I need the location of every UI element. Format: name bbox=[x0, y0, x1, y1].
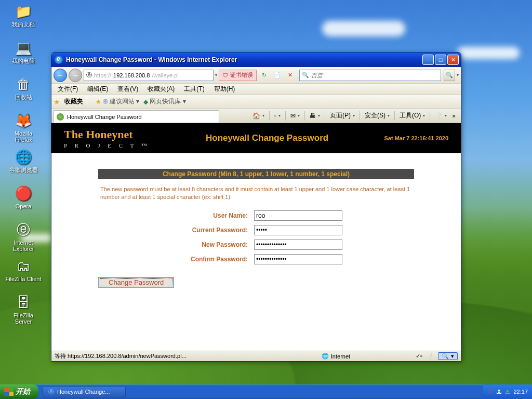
desktop-icon-5[interactable]: 🔴Opera bbox=[5, 184, 42, 215]
desktop-icon-glyph: 🔴 bbox=[15, 184, 32, 202]
desktop-icon-glyph: 📁 bbox=[15, 3, 32, 20]
popup-icon[interactable]: ❔ bbox=[427, 353, 434, 360]
page-menu[interactable]: 页面(P) bbox=[328, 110, 357, 121]
home-button[interactable]: 🏠 bbox=[250, 111, 267, 121]
tray-network-icon[interactable]: 🖧 bbox=[496, 389, 502, 395]
safety-menu[interactable]: 安全(S) bbox=[363, 110, 392, 121]
status-text: 等待 https://192.168.200.8/admin/newPasswo… bbox=[55, 352, 252, 360]
desktop-icon-4[interactable]: 🌐谷歌浏览器 bbox=[5, 148, 42, 178]
tray-volume-icon[interactable]: ⚠ bbox=[505, 389, 510, 395]
current-password-label: Current Password: bbox=[98, 227, 254, 234]
menu-item-3[interactable]: 收藏夹(A) bbox=[143, 84, 179, 95]
tab-row: Honeywall Change Password 🏠 ▫ ✉ 🖶 页面(P) … bbox=[51, 109, 461, 123]
desktop-icon-glyph: 🗂 bbox=[15, 257, 32, 275]
confirm-password-label: Confirm Password: bbox=[98, 256, 254, 263]
desktop-icon-glyph: 🗄 bbox=[15, 294, 32, 311]
username-label: User Name: bbox=[98, 212, 254, 219]
help-button[interactable]: ❔ bbox=[433, 111, 449, 121]
taskbar: 开始 ⓔ Honeywall Change... 🛡 🖧 ⚠ 22:17 bbox=[0, 384, 532, 399]
browser-tab[interactable]: Honeywall Change Password bbox=[53, 110, 219, 123]
globe-icon: 🌐 bbox=[322, 353, 329, 360]
refresh-button[interactable]: ↻ bbox=[258, 70, 270, 81]
status-zone: 🌐 Internet bbox=[322, 353, 350, 360]
desktop-icon-label: Opera bbox=[5, 203, 42, 209]
password-form: Change Password (Min 8, 1 upper, 1 lower… bbox=[51, 153, 461, 303]
desktop-icon-1[interactable]: 💻我的电脑 bbox=[5, 39, 42, 69]
desktop-icon-label: 我的文档 bbox=[5, 21, 42, 28]
desktop-icon-8[interactable]: 🗄FileZilla Server bbox=[5, 294, 42, 324]
taskbar-item-ie[interactable]: ⓔ Honeywall Change... bbox=[43, 386, 126, 397]
favorites-bar: ★ 收藏夹 ★ⓔ 建议网站 ▾ ◆ 网页快讯库 ▾ bbox=[51, 95, 461, 109]
forward-button[interactable]: → bbox=[69, 69, 82, 82]
new-password-label: New Password: bbox=[98, 241, 254, 248]
desktop-icon-label: FileZilla Client bbox=[5, 276, 42, 282]
url-host: 192.168.200.8 bbox=[113, 72, 150, 78]
maximize-button[interactable]: □ bbox=[435, 55, 446, 65]
desktop-icon-0[interactable]: 📁我的文档 bbox=[5, 3, 42, 33]
search-icon: 🔍 bbox=[302, 72, 309, 78]
search-box[interactable]: 🔍 bbox=[299, 70, 441, 81]
close-button[interactable]: ✕ bbox=[447, 55, 459, 65]
protected-mode-icon[interactable]: ✓▫ bbox=[416, 353, 422, 360]
zoom-icon: 🔍 bbox=[442, 353, 449, 360]
search-go-button[interactable]: 🔍 bbox=[444, 70, 455, 81]
form-heading: Change Password (Min 8, 1 upper, 1 lower… bbox=[98, 169, 414, 179]
cert-error-badge[interactable]: 🛡 证书错误 bbox=[219, 70, 257, 81]
fav-link-webslice[interactable]: ◆ 网页快讯库 ▾ bbox=[143, 97, 185, 106]
desktop-icon-label: FileZilla Server bbox=[5, 312, 42, 325]
favorites-label[interactable]: 收藏夹 bbox=[64, 97, 83, 106]
desktop-icon-glyph: 💻 bbox=[15, 39, 32, 57]
start-button[interactable]: 开始 bbox=[0, 384, 38, 399]
compat-button[interactable]: 📄 bbox=[271, 70, 283, 81]
system-tray[interactable]: 🛡 🖧 ⚠ 22:17 bbox=[483, 384, 532, 399]
desktop-icon-glyph: 🌐 bbox=[15, 148, 32, 166]
window-title: Honeywall Change Password - Windows Inte… bbox=[66, 56, 422, 63]
menu-item-4[interactable]: 工具(T) bbox=[180, 84, 208, 95]
command-bar: 🏠 ▫ ✉ 🖶 页面(P) 安全(S) 工具(O) ❔ » bbox=[219, 109, 461, 123]
feeds-button[interactable]: ▫ bbox=[272, 111, 283, 121]
tab-favicon bbox=[57, 113, 64, 121]
username-input[interactable] bbox=[254, 210, 342, 221]
titlebar[interactable]: Honeywall Change Password - Windows Inte… bbox=[51, 52, 461, 67]
minimize-button[interactable]: ─ bbox=[422, 55, 434, 65]
current-password-input[interactable] bbox=[254, 225, 342, 235]
page-header: The Honeynet P R O J E C T ™ Honeywall C… bbox=[51, 123, 461, 153]
honeynet-logo: The Honeynet P R O J E C T ™ bbox=[64, 128, 150, 149]
desktop-icon-label: 谷歌浏览器 bbox=[5, 167, 42, 173]
tray-clock[interactable]: 22:17 bbox=[513, 389, 528, 395]
menu-item-5[interactable]: 帮助(H) bbox=[210, 84, 240, 95]
status-bar: 等待 https://192.168.200.8/admin/newPasswo… bbox=[51, 351, 461, 361]
address-bar[interactable]: ⓔ https://192.168.200.8/walleye.pl bbox=[84, 70, 214, 81]
confirm-password-input[interactable] bbox=[254, 254, 342, 264]
url-path: /walleye.pl bbox=[152, 72, 178, 78]
tools-menu[interactable]: 工具(O) bbox=[397, 110, 427, 121]
favorites-star-icon[interactable]: ★ bbox=[54, 98, 60, 106]
new-password-input[interactable] bbox=[254, 240, 342, 250]
fav-link-suggested[interactable]: ★ⓔ 建议网站 ▾ bbox=[96, 97, 139, 106]
page-icon: ⓔ bbox=[86, 71, 92, 79]
menu-item-0[interactable]: 文件(F) bbox=[54, 84, 82, 95]
ie-icon bbox=[55, 56, 63, 64]
desktop-icon-3[interactable]: 🦊Mozilla Firefox bbox=[5, 112, 42, 142]
desktop-icon-6[interactable]: ⓔInternet Explorer bbox=[5, 221, 42, 251]
ie-window: Honeywall Change Password - Windows Inte… bbox=[51, 52, 461, 362]
chevron-button[interactable]: » bbox=[450, 111, 458, 121]
menu-item-2[interactable]: 查看(V) bbox=[113, 84, 142, 95]
search-input[interactable] bbox=[311, 72, 438, 78]
tray-shield-icon[interactable]: 🛡 bbox=[487, 389, 493, 395]
desktop-icon-2[interactable]: 🗑回收站 bbox=[5, 75, 42, 105]
windows-logo-icon bbox=[4, 388, 14, 396]
desktop-icon-7[interactable]: 🗂FileZilla Client bbox=[5, 257, 42, 287]
desktop-icon-label: Mozilla Firefox bbox=[5, 130, 42, 143]
mail-button[interactable]: ✉ bbox=[288, 111, 302, 121]
url-scheme: https:// bbox=[94, 72, 111, 78]
menu-item-1[interactable]: 编辑(E) bbox=[83, 84, 112, 95]
change-password-button[interactable]: Change Password bbox=[98, 277, 174, 288]
zoom-control[interactable]: 🔍▾ bbox=[438, 352, 458, 360]
page-content: The Honeynet P R O J E C T ™ Honeywall C… bbox=[51, 123, 461, 351]
stop-button[interactable]: ✕ bbox=[284, 70, 296, 81]
page-timestamp: Sat Mar 7 22:16:41 2020 bbox=[384, 135, 448, 141]
print-button[interactable]: 🖶 bbox=[308, 111, 322, 121]
start-label: 开始 bbox=[16, 387, 30, 396]
back-button[interactable]: ← bbox=[54, 69, 67, 82]
